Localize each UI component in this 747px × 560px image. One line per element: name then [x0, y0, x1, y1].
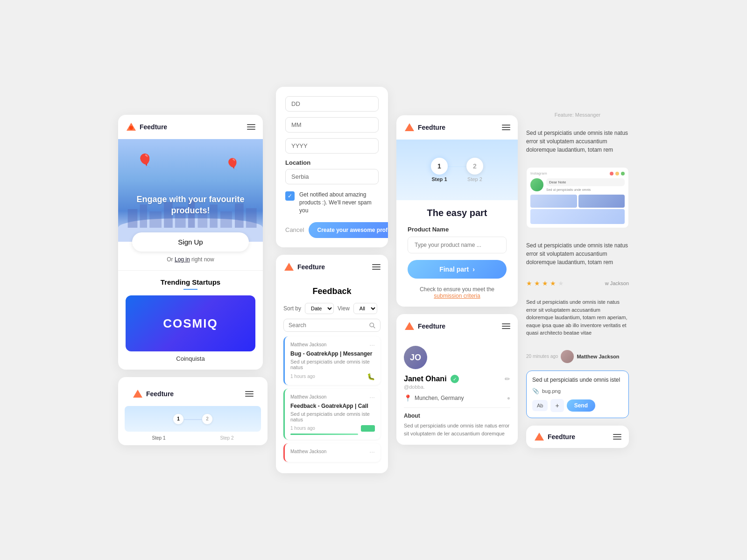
bug-icon-1: 🐛: [367, 373, 375, 380]
send-button[interactable]: Send: [567, 399, 595, 412]
ms-chat-desc: Sed ut perspiciatis unde omnis: [546, 188, 625, 192]
balloon-red-icon: 🎈: [137, 153, 153, 168]
step-circle-2: 2: [466, 158, 483, 175]
mm-select[interactable]: MM: [285, 117, 379, 133]
feedback-desc-1: Sed ut perspiciatis unde omnis iste natu…: [290, 359, 375, 370]
cancel-button[interactable]: Cancel: [285, 226, 304, 233]
mini-feedture-logo: Feedture: [132, 388, 174, 399]
submission-criteria-link[interactable]: submission criteria: [434, 293, 480, 299]
location-row: 📍 Munchen, Germany ●: [404, 394, 510, 402]
dd-select[interactable]: DD: [285, 96, 379, 112]
feedback-item-1[interactable]: Matthew Jackson ··· Bug - GoatrekApp | M…: [283, 336, 381, 385]
messenger-screenshot: Instagram Dear Note Sed ut perspiciatis …: [526, 167, 629, 228]
ms-topbar: Instagram: [530, 171, 625, 175]
feedback-search-bar: [283, 319, 381, 332]
star-4: ★: [550, 280, 556, 287]
card-feedback: Feedture Feedback Sort by Date View All: [276, 255, 388, 473]
notification-checkbox-row: Get notified about amazing products :). …: [285, 191, 379, 214]
feedback-search-input[interactable]: [289, 322, 369, 329]
column-3: Feedture 1 Step 1 2 Step 2: [396, 115, 518, 445]
feedback-hamburger[interactable]: [372, 264, 381, 270]
view-all-select[interactable]: All: [353, 303, 377, 314]
feedback-title-1: Bug - GoatrekApp | Messanger: [290, 350, 375, 357]
location-select[interactable]: Serbia: [285, 169, 379, 184]
profile-form-content: DD MM YYYY Location Serbia: [276, 87, 388, 247]
ab-button[interactable]: Ab: [532, 400, 548, 411]
about-title: About: [404, 413, 510, 419]
feedback-item-3[interactable]: Matthew Jackson ···: [283, 443, 381, 462]
yyyy-select[interactable]: YYYY: [285, 138, 379, 154]
cosmiq-card[interactable]: COSMIQ: [126, 295, 255, 351]
mini-step-2: 2: [202, 414, 212, 424]
sort-by-label: Sort by: [283, 305, 301, 312]
feedback-logo-text: Feedture: [297, 263, 325, 271]
product-name-input[interactable]: [408, 237, 507, 253]
sort-date-select[interactable]: Date: [305, 303, 334, 314]
feedback-author-2: Matthew Jackson: [290, 394, 326, 399]
chat-input-card: Sed ut perspiciatis unde omnis istel 📎 b…: [526, 371, 629, 418]
notification-checkbox[interactable]: [285, 191, 295, 201]
mini-logo-text: Feedture: [146, 390, 174, 398]
profile-header: Feedture: [396, 314, 518, 338]
attachment-filename: bug.png: [542, 388, 561, 394]
step-hero: 1 Step 1 2 Step 2: [396, 140, 518, 200]
profile-name-row: Janet Ohani ✓ ✏: [404, 375, 510, 383]
wizard-hamburger[interactable]: [502, 125, 510, 130]
svg-marker-14: [284, 263, 294, 271]
reviewer-full-name: Matthew Jackson: [577, 354, 619, 359]
feedback-meta-3: Matthew Jackson ···: [290, 448, 375, 455]
engage-hero: 🎈 🎈 Engage with your favourite products!: [118, 139, 263, 242]
feedback-desc-2: Sed ut perspiciatis unde omnis iste natu…: [290, 411, 375, 422]
star-1: ★: [526, 280, 532, 287]
mm-group: MM: [285, 117, 379, 133]
feedback-more-1[interactable]: ···: [369, 341, 375, 349]
arrow-right-icon: ›: [472, 266, 475, 273]
feedback-item-2[interactable]: Matthew Jackson ··· Feedback - GoatrekAp…: [283, 389, 381, 440]
attachment-icon: 📎: [532, 388, 539, 394]
column-1: Feedture 🎈 🎈: [118, 115, 268, 445]
bottom-hamburger[interactable]: [613, 434, 621, 440]
wizard-logo-text: Feedture: [418, 124, 445, 131]
dd-group: DD: [285, 96, 379, 112]
ms-logo-small: Instagram: [530, 171, 547, 175]
mini-header: Feedture: [125, 382, 261, 406]
location-label: Location: [285, 159, 379, 166]
mini-hamburger[interactable]: [245, 391, 254, 397]
card-engage: Feedture 🎈 🎈: [118, 115, 263, 370]
review-1-text: Sed ut perspiciatis unde omnis iste natu…: [526, 129, 629, 154]
feedback-logo: Feedture: [283, 261, 325, 273]
trending-title: Trending Startups: [126, 278, 255, 286]
chat-action-row: Ab + Send: [532, 399, 623, 412]
reviewer-avatar: [561, 350, 574, 363]
column-right: Feature: Messanger Sed ut perspiciatis u…: [526, 112, 629, 448]
feedback-logo-icon: [283, 261, 295, 273]
coinquista-label: Coinquista: [126, 355, 255, 362]
attachment-row: 📎 bug.png: [532, 388, 623, 394]
signup-button[interactable]: Sign Up: [132, 232, 249, 252]
final-part-button[interactable]: Final part ›: [408, 260, 507, 279]
svg-marker-18: [405, 322, 414, 330]
feedback-more-2[interactable]: ···: [369, 393, 375, 401]
bottom-feedture-logo: Feedture: [534, 431, 575, 442]
feedback-meta-1: Matthew Jackson ···: [290, 341, 375, 349]
feedture-logo-icon: [126, 121, 137, 133]
feedback-title-2: Feedback - GoatrekApp | Call: [290, 403, 375, 409]
card-bottom-feedture: Feedture: [526, 426, 629, 448]
location-edit-icon[interactable]: ●: [507, 395, 510, 401]
step-content: The easy part Product Name Final part › …: [396, 200, 518, 307]
reviewer-name-short: w Jackson: [605, 280, 629, 286]
feedback-more-3[interactable]: ···: [369, 448, 375, 455]
hamburger-menu[interactable]: [247, 124, 255, 130]
star-2: ★: [534, 280, 540, 287]
create-profile-button[interactable]: Create your awesome profile: [309, 222, 388, 238]
profile-logo: Feedture: [404, 321, 445, 332]
sort-row: Sort by Date View All: [283, 303, 381, 314]
plus-button[interactable]: +: [550, 399, 564, 412]
edit-icon[interactable]: ✏: [505, 375, 510, 383]
login-link[interactable]: Log in: [175, 256, 190, 263]
trending-section: Trending Startups COSMIQ Coinquista: [118, 270, 263, 370]
profile-hamburger[interactable]: [502, 323, 510, 329]
ms-image-2: [578, 195, 625, 208]
ms-contact-avatar: [530, 178, 543, 191]
submission-row: Check to ensure you meet the submission …: [408, 286, 507, 299]
